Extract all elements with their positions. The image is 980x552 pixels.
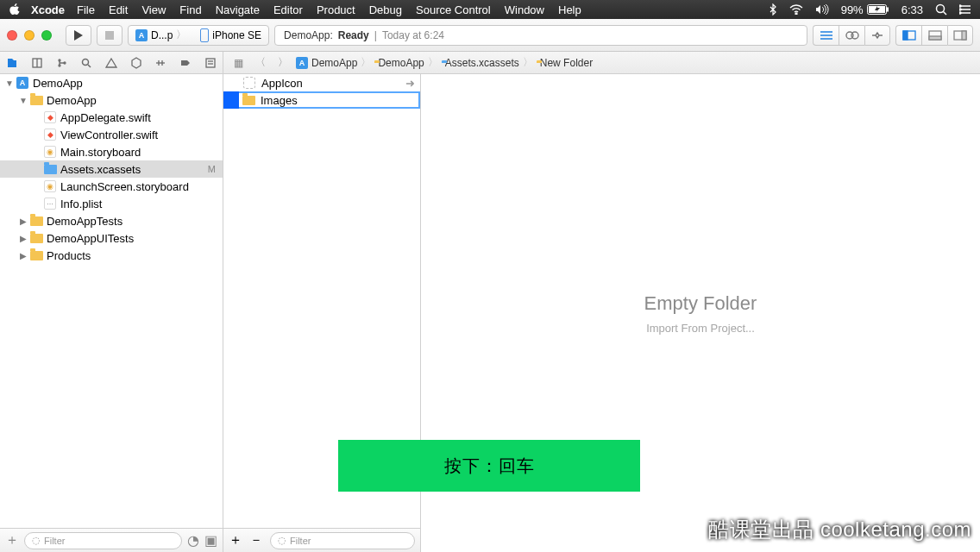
file-icon [29,214,43,228]
tree-row[interactable]: ▶Products [0,247,223,264]
close-window-button[interactable] [7,30,17,41]
disclosure-triangle[interactable]: ▼ [19,96,28,105]
status-state: Ready [338,29,369,41]
tree-row[interactable]: ⋯Info.plist [0,195,223,212]
tree-row[interactable]: ◉LaunchScreen.storyboard [0,178,223,195]
related-items-icon[interactable]: ▦ [229,57,248,69]
menu-edit[interactable]: Edit [109,3,128,16]
tree-row[interactable]: ◆AppDelegate.swift [0,109,223,126]
menu-view[interactable]: View [141,3,166,16]
stop-button[interactable] [97,25,122,46]
menu-find[interactable]: Find [179,3,201,16]
debug-navigator-tab[interactable] [148,52,173,73]
asset-name-input[interactable] [261,94,413,107]
asset-filter[interactable]: ◌Filter [270,532,415,549]
menu-source-control[interactable]: Source Control [416,3,491,16]
jump-bar[interactable]: ▦ 〈 〉 ADemoApp〉 DemoApp〉 Assets.xcassets… [223,52,980,73]
issue-navigator-tab[interactable] [99,52,124,73]
tree-label: DemoApp [47,94,216,107]
assistant-editor-button[interactable] [839,25,864,46]
import-from-project-link[interactable]: Import From Project... [646,322,755,335]
tree-row[interactable]: ◉Main.storyboard [0,143,223,160]
battery-status[interactable]: 99% [841,3,889,16]
tree-row[interactable]: ▼DemoApp [0,91,223,109]
file-icon [29,93,43,107]
toggle-utilities-button[interactable] [947,25,973,46]
standard-editor-button[interactable] [813,25,839,46]
svg-rect-2 [887,8,889,12]
minimize-window-button[interactable] [24,30,35,41]
tree-row[interactable]: ▶DemoAppUITests [0,229,223,247]
tree-label: Info.plist [60,198,216,210]
file-tree[interactable]: ▼ADemoApp▼DemoApp◆AppDelegate.swift◆View… [0,74,223,528]
disclosure-triangle[interactable]: ▶ [19,216,28,226]
tree-row[interactable]: ▶DemoAppTests [0,212,223,229]
menu-navigate[interactable]: Navigate [216,3,260,16]
clock[interactable]: 6:33 [901,3,923,16]
svg-point-17 [851,32,858,39]
toggle-navigator-button[interactable] [895,25,921,46]
go-forward-button[interactable]: 〉 [273,55,292,70]
spotlight-icon[interactable] [935,3,947,16]
menu-help[interactable]: Help [558,3,581,16]
test-navigator-tab[interactable] [123,52,148,73]
file-icon: ⋯ [43,197,57,210]
device-icon [200,28,209,42]
app-name[interactable]: Xcode [31,3,65,16]
svg-rect-23 [962,31,966,40]
scheme-selector[interactable]: AD...p〉 iPhone SE [128,25,269,46]
svg-point-11 [959,12,961,14]
go-arrow-icon[interactable]: ➜ [405,77,415,90]
breakpoint-navigator-tab[interactable] [173,52,198,73]
navigator-filter[interactable]: ◌Filter [24,532,182,549]
crumb-newfolder[interactable]: New Folder [537,57,593,69]
go-back-button[interactable]: 〈 [251,55,270,70]
scheme-target-icon: A [135,29,148,41]
battery-percent: 99% [841,3,864,16]
report-navigator-tab[interactable] [198,52,223,73]
disclosure-triangle[interactable]: ▶ [19,234,28,243]
crumb-group[interactable]: DemoApp [374,57,424,69]
menu-product[interactable]: Product [317,3,355,16]
crumb-assets[interactable]: Assets.xcassets [442,57,519,69]
tree-row[interactable]: ▼ADemoApp [0,74,223,91]
asset-new-folder-row[interactable] [223,91,420,109]
symbol-navigator-tab[interactable] [49,52,74,73]
svg-point-9 [959,5,961,7]
asset-appicon-row[interactable]: AppIcon ➜ [223,74,420,91]
appicon-icon [243,77,255,89]
window-controls [7,30,52,41]
menu-file[interactable]: File [77,3,95,16]
volume-icon[interactable] [815,4,829,15]
menu-editor[interactable]: Editor [273,3,303,16]
disclosure-triangle[interactable]: ▼ [5,78,14,88]
tree-label: Main.storyboard [60,146,216,159]
asset-remove-button[interactable]: － [249,531,263,549]
apple-menu-icon[interactable] [9,3,21,16]
source-control-navigator-tab[interactable] [25,52,50,73]
tree-row[interactable]: Assets.xcassetsM [0,160,223,178]
menu-window[interactable]: Window [505,3,544,16]
scm-filter-icon[interactable]: ▣ [204,532,217,549]
wifi-icon[interactable] [789,4,803,15]
find-navigator-tab[interactable] [74,52,99,73]
zoom-window-button[interactable] [41,30,52,41]
bluetooth-icon[interactable] [769,3,777,16]
project-navigator-tab[interactable] [0,52,25,73]
xcode-toolbar: AD...p〉 iPhone SE DemoApp: Ready | Today… [0,19,980,52]
add-button[interactable]: ＋ [5,531,19,549]
tree-row[interactable]: ◆ViewController.swift [0,126,223,143]
disclosure-triangle[interactable]: ▶ [19,251,28,260]
svg-rect-12 [105,31,114,40]
asset-add-button[interactable]: ＋ [229,531,242,549]
version-editor-button[interactable] [864,25,890,46]
macos-menubar: Xcode File Edit View Find Navigate Edito… [0,0,980,19]
crumb-project[interactable]: ADemoApp [296,57,357,69]
svg-point-4 [937,5,945,13]
run-button[interactable] [66,25,91,46]
notification-center-icon[interactable] [959,4,971,15]
toggle-debug-area-button[interactable] [921,25,947,46]
recent-filter-icon[interactable]: ◔ [187,532,199,549]
file-icon: ◆ [43,110,57,124]
menu-debug[interactable]: Debug [369,3,402,16]
